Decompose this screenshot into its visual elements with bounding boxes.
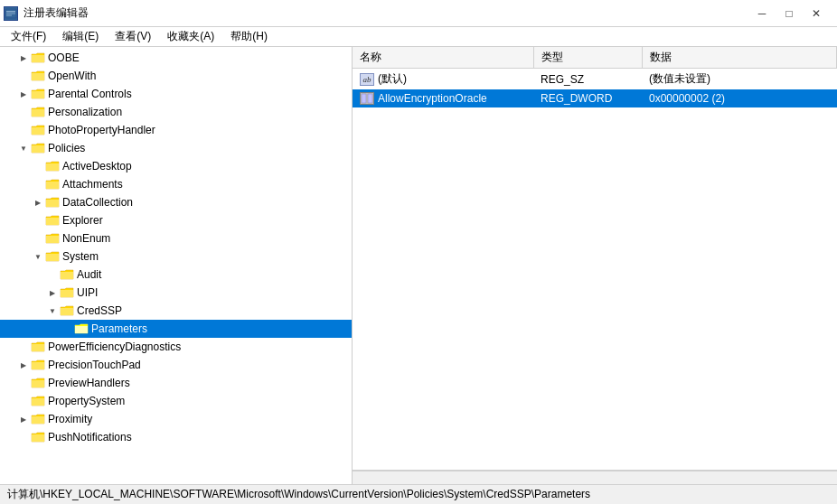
row-name-default: ab (默认) bbox=[353, 69, 533, 90]
main-area: OOBE OpenWith Parental Controls bbox=[0, 47, 837, 484]
folder-icon-oobe bbox=[31, 51, 45, 64]
tree-item-openwith[interactable]: OpenWith bbox=[0, 67, 352, 85]
minimize-button[interactable]: ─ bbox=[748, 5, 776, 23]
tree-label-audit: Audit bbox=[77, 268, 101, 281]
folder-icon-openwith bbox=[31, 70, 45, 82]
tree-item-policies[interactable]: Policies bbox=[0, 139, 352, 157]
tree-item-oobe[interactable]: OOBE bbox=[0, 49, 352, 67]
folder-icon-credssp bbox=[60, 304, 74, 317]
tree-item-explorer[interactable]: Explorer bbox=[0, 211, 352, 229]
tree-label-uipi: UIPI bbox=[77, 286, 98, 299]
status-text: 计算机\HKEY_LOCAL_MACHINE\SOFTWARE\Microsof… bbox=[7, 487, 590, 502]
dword-icon bbox=[360, 92, 374, 105]
tree-item-pushnotifications[interactable]: PushNotifications bbox=[0, 428, 352, 446]
tree-item-credssp[interactable]: CredSSP bbox=[0, 302, 352, 320]
expander-policies bbox=[16, 141, 31, 155]
tree-label-policies: Policies bbox=[48, 142, 85, 154]
registry-table: 名称 类型 数据 ab (默认) REG_SZ bbox=[353, 47, 837, 107]
expander-oobe bbox=[16, 51, 31, 65]
tree-label-system: System bbox=[62, 250, 99, 263]
status-bar: 计算机\HKEY_LOCAL_MACHINE\SOFTWARE\Microsof… bbox=[0, 484, 837, 504]
tree-item-system[interactable]: System bbox=[0, 247, 352, 266]
tree-item-precisiontouchpad[interactable]: PrecisionTouchPad bbox=[0, 356, 352, 374]
tree-item-nonenum[interactable]: NonEnum bbox=[0, 229, 352, 247]
tree-label-nonenum: NonEnum bbox=[62, 232, 110, 245]
title-bar-controls: ─ □ ✕ bbox=[748, 5, 830, 23]
folder-icon-attachments bbox=[45, 178, 60, 191]
tree-label-powerefficiency: PowerEfficiencyDiagnostics bbox=[48, 341, 181, 353]
close-button[interactable]: ✕ bbox=[803, 5, 830, 23]
tree-label-photoproperty: PhotoPropertyHandler bbox=[48, 124, 155, 136]
menu-file[interactable]: 文件(F) bbox=[4, 27, 53, 46]
tree-item-proximity[interactable]: Proximity bbox=[0, 410, 352, 428]
tree-label-proximity: Proximity bbox=[48, 413, 92, 425]
expander-proximity bbox=[16, 412, 31, 426]
maximize-button[interactable]: □ bbox=[776, 5, 803, 23]
content-hscroll[interactable] bbox=[353, 470, 837, 484]
col-header-name: 名称 bbox=[353, 47, 533, 69]
folder-icon-audit bbox=[60, 268, 74, 281]
tree-item-previewhandlers[interactable]: PreviewHandlers bbox=[0, 374, 352, 392]
table-row[interactable]: ab (默认) REG_SZ (数值未设置) bbox=[353, 69, 837, 90]
tree-label-openwith: OpenWith bbox=[48, 70, 96, 82]
tree-item-attachments[interactable]: Attachments bbox=[0, 175, 352, 193]
table-row[interactable]: AllowEncryptionOracle REG_DWORD 0x000000… bbox=[353, 89, 837, 107]
row-data-allowenc: 0x00000002 (2) bbox=[642, 89, 837, 107]
tree-label-pushnotifications: PushNotifications bbox=[48, 431, 132, 443]
folder-icon-parental bbox=[31, 88, 45, 100]
folder-icon-proximity bbox=[31, 413, 45, 425]
row-type-allowenc: REG_DWORD bbox=[533, 89, 642, 107]
tree-item-activedesktop[interactable]: ActiveDesktop bbox=[0, 157, 352, 175]
folder-icon-datacollection bbox=[45, 196, 60, 209]
menu-bar: 文件(F) 编辑(E) 查看(V) 收藏夹(A) 帮助(H) bbox=[0, 27, 837, 47]
tree-label-precisiontouchpad: PrecisionTouchPad bbox=[48, 359, 141, 371]
svg-rect-4 bbox=[362, 94, 366, 103]
expander-nonenum bbox=[31, 231, 45, 246]
tree-item-audit[interactable]: Audit bbox=[0, 266, 352, 284]
tree-item-parental[interactable]: Parental Controls bbox=[0, 85, 352, 103]
folder-icon-previewhandlers bbox=[31, 377, 45, 389]
ab-icon: ab bbox=[360, 73, 374, 86]
content-table[interactable]: 名称 类型 数据 ab (默认) REG_SZ bbox=[353, 47, 837, 470]
expander-credssp bbox=[45, 303, 60, 318]
folder-icon-activedesktop bbox=[45, 160, 60, 173]
svg-rect-5 bbox=[368, 94, 372, 103]
expander-photoproperty bbox=[16, 123, 31, 137]
expander-audit bbox=[45, 267, 60, 282]
menu-view[interactable]: 查看(V) bbox=[108, 27, 158, 46]
title-bar: 注册表编辑器 ─ □ ✕ bbox=[0, 0, 837, 27]
tree-item-photoproperty[interactable]: PhotoPropertyHandler bbox=[0, 121, 352, 139]
folder-icon-photoproperty bbox=[31, 124, 45, 136]
window-title: 注册表编辑器 bbox=[24, 5, 89, 21]
expander-parameters bbox=[60, 322, 74, 336]
tree-item-personalization[interactable]: Personalization bbox=[0, 103, 352, 121]
tree-label-datacollection: DataCollection bbox=[62, 196, 133, 209]
tree-item-datacollection[interactable]: DataCollection bbox=[0, 193, 352, 211]
tree-item-powerefficiency[interactable]: PowerEfficiencyDiagnostics bbox=[0, 338, 352, 356]
tree-label-activedesktop: ActiveDesktop bbox=[62, 160, 132, 173]
tree-scroll[interactable]: OOBE OpenWith Parental Controls bbox=[0, 47, 352, 484]
col-header-type: 类型 bbox=[533, 47, 642, 69]
svg-rect-1 bbox=[6, 11, 15, 13]
tree-item-propertysystem[interactable]: PropertySystem bbox=[0, 392, 352, 410]
tree-label-personalization: Personalization bbox=[48, 106, 122, 118]
menu-help[interactable]: 帮助(H) bbox=[223, 27, 275, 46]
tree-item-parameters[interactable]: Parameters bbox=[0, 320, 352, 338]
menu-favorites[interactable]: 收藏夹(A) bbox=[160, 27, 221, 46]
svg-rect-3 bbox=[6, 14, 12, 15]
folder-icon-personalization bbox=[31, 106, 45, 118]
expander-uipi bbox=[45, 285, 60, 300]
content-pane: 名称 类型 数据 ab (默认) REG_SZ bbox=[353, 47, 837, 484]
folder-icon-precisiontouchpad bbox=[31, 359, 45, 371]
expander-system bbox=[31, 249, 45, 264]
expander-precisiontouchpad bbox=[16, 358, 31, 372]
expander-explorer bbox=[31, 213, 45, 228]
menu-edit[interactable]: 编辑(E) bbox=[55, 27, 106, 46]
svg-rect-2 bbox=[6, 13, 15, 14]
tree-item-uipi[interactable]: UIPI bbox=[0, 284, 352, 302]
expander-pushnotifications bbox=[16, 430, 31, 444]
folder-icon-policies bbox=[31, 142, 45, 154]
row-data-default: (数值未设置) bbox=[642, 69, 837, 90]
tree-label-propertysystem: PropertySystem bbox=[48, 395, 125, 407]
tree-label-attachments: Attachments bbox=[62, 178, 123, 191]
